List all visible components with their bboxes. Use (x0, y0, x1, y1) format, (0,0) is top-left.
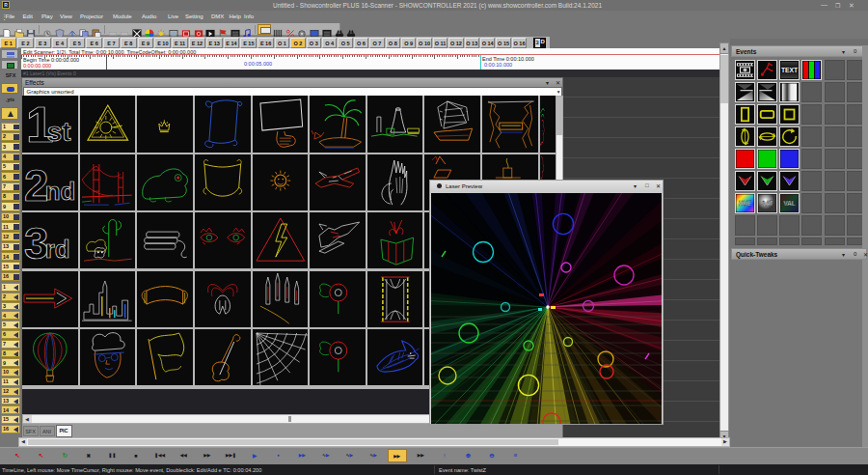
svg-text:TEXT: TEXT (781, 66, 799, 74)
svg-text:HUE: HUE (738, 200, 750, 207)
svg-text:st: st (47, 117, 71, 147)
svg-text:SAT: SAT (761, 200, 773, 207)
svg-text:VAL: VAL (784, 200, 796, 207)
svg-text:rd: rd (45, 236, 70, 263)
svg-text:nd: nd (45, 178, 76, 205)
